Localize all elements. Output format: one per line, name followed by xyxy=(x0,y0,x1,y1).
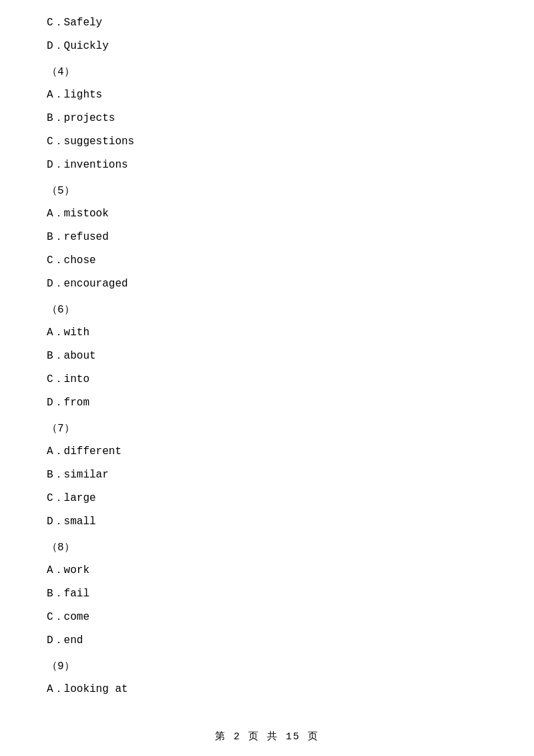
option-a9: A．looking at xyxy=(47,680,487,699)
option-a6: A．with xyxy=(47,323,487,343)
question-9-label: （9） xyxy=(47,657,487,677)
option-d6: D．from xyxy=(47,393,487,413)
option-d3: D．Quickly xyxy=(47,37,487,56)
option-a5: A．mistook xyxy=(47,204,487,224)
option-a4: A．lights xyxy=(47,85,487,105)
option-d8: D．end xyxy=(47,631,487,650)
page-footer: 第 2 页 共 15 页 xyxy=(0,730,534,743)
question-5-label: （5） xyxy=(47,182,487,201)
option-d7: D．small xyxy=(47,512,487,532)
question-8-label: （8） xyxy=(47,538,487,558)
question-7-label: （7） xyxy=(47,419,487,439)
option-a7: A．different xyxy=(47,442,487,461)
option-a8: A．work xyxy=(47,561,487,580)
option-d4: D．inventions xyxy=(47,156,487,175)
option-b4: B．projects xyxy=(47,109,487,128)
main-content: C．Safely D．Quickly （4） A．lights B．projec… xyxy=(0,0,534,743)
option-b6: B．about xyxy=(47,347,487,366)
option-c7: C．large xyxy=(47,489,487,508)
option-c6: C．into xyxy=(47,370,487,389)
option-b8: B．fail xyxy=(47,584,487,604)
option-c3: C．Safely xyxy=(47,13,487,33)
option-b5: B．refused xyxy=(47,228,487,247)
option-c4: C．suggestions xyxy=(47,132,487,152)
question-6-label: （6） xyxy=(47,301,487,320)
option-d5: D．encouraged xyxy=(47,274,487,294)
option-b7: B．similar xyxy=(47,465,487,485)
question-4-label: （4） xyxy=(47,63,487,82)
option-c8: C．come xyxy=(47,608,487,627)
option-c5: C．chose xyxy=(47,251,487,270)
